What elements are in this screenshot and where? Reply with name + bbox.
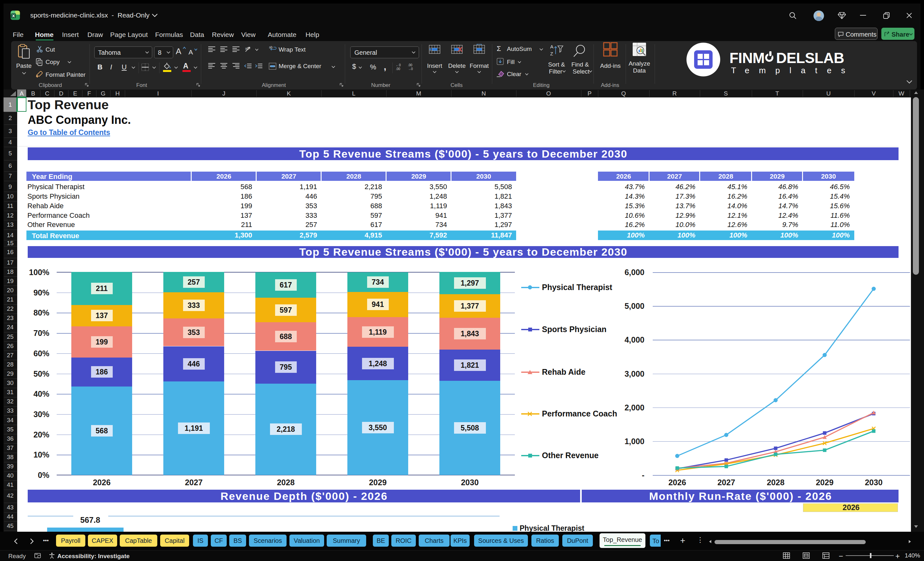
svg-text:ab: ab <box>245 46 249 50</box>
svg-text:A: A <box>550 44 554 50</box>
svg-text:ab: ab <box>269 45 273 49</box>
svg-text:Z: Z <box>550 51 553 56</box>
svg-text:x: x <box>12 13 15 18</box>
